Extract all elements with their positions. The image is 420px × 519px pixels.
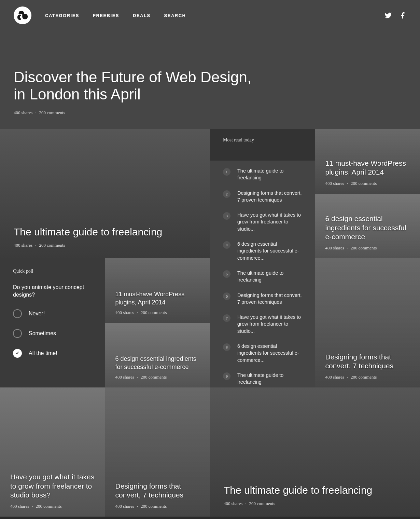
hero-content: Discover the Future of Web Design, in Lo… <box>14 69 406 115</box>
article-tile-ecommerce-ingredients[interactable]: 6 design essential ingredients for succe… <box>315 194 420 258</box>
tile-shares: 400 shares <box>325 374 344 380</box>
most-read-title: 6 design essential ingredients for succe… <box>237 241 302 261</box>
tile-comments: 200 comments <box>141 310 167 315</box>
tile-title: The ultimate guide to freelancing <box>14 226 196 238</box>
most-read-rank: 3 <box>223 212 230 220</box>
tile-comments: 200 comments <box>351 181 377 186</box>
quick-poll-panel: Quick poll Do you animate your concept d… <box>0 258 105 387</box>
tile-title: Have you got what it takes to grow from … <box>10 473 95 500</box>
content-grid: The ultimate guide to freelancing 400 sh… <box>0 129 420 517</box>
hero-title: Discover the Future of Web Design, in Lo… <box>14 69 406 103</box>
nav-search[interactable]: SEARCH <box>164 13 186 18</box>
twitter-icon[interactable] <box>384 12 392 19</box>
nav-links: CATEGORIES FREEBIES DEALS SEARCH <box>45 13 186 18</box>
most-read-rank: 9 <box>223 372 230 380</box>
most-read-rank: 6 <box>223 292 230 300</box>
tile-title: 6 design essential ingredients for succe… <box>115 355 200 371</box>
hero-shares: 400 shares <box>14 110 32 115</box>
poll-question: Do you animate your concept designs? <box>13 284 92 299</box>
logo[interactable] <box>14 6 31 24</box>
tile-title: Designing forms that convert, 7 techniqu… <box>325 353 410 371</box>
tile-title: 11 must-have WordPress plugins, April 20… <box>115 290 200 306</box>
hero-comments: 200 comments <box>39 110 65 115</box>
most-read-item[interactable]: 9The ultimate guide to freelancing <box>223 372 302 386</box>
most-read-title: The ultimate guide to freelancing <box>237 270 302 284</box>
article-tile-freelancing-guide-2[interactable]: The ultimate guide to freelancing 400 sh… <box>210 387 420 517</box>
poll-option-label: Sometimes <box>29 330 56 337</box>
most-read-item[interactable]: 1The ultimate guide to freelancing <box>223 167 302 181</box>
hero-meta: 400 shares·200 comments <box>14 110 406 115</box>
most-read-item[interactable]: 3Have you got what it takes to grow from… <box>223 211 302 232</box>
most-read-title: The ultimate guide to freelancing <box>237 167 302 181</box>
article-tile-forms-convert-2[interactable]: Designing forms that convert, 7 techniqu… <box>105 387 210 517</box>
radio-icon <box>13 309 22 318</box>
article-tile-wordpress-plugins-2[interactable]: 11 must-have WordPress plugins, April 20… <box>105 258 210 323</box>
most-read-rank: 4 <box>223 241 230 249</box>
most-read-item[interactable]: 2Designing forms that convert, 7 proven … <box>223 190 302 204</box>
nav-deals[interactable]: DEALS <box>133 13 151 18</box>
facebook-icon[interactable] <box>399 12 406 19</box>
most-read-rank: 5 <box>223 270 230 278</box>
article-tile-studio-boss[interactable]: Have you got what it takes to grow from … <box>0 387 105 517</box>
navbar: CATEGORIES FREEBIES DEALS SEARCH <box>14 0 406 31</box>
tile-shares: 400 shares <box>14 243 32 248</box>
tile-title: The ultimate guide to freelancing <box>224 484 406 496</box>
most-read-item[interactable]: 46 design essential ingredients for succ… <box>223 241 302 261</box>
most-read-rank: 7 <box>223 314 230 322</box>
article-tile-freelancing-guide[interactable]: The ultimate guide to freelancing 400 sh… <box>0 129 210 258</box>
tile-shares: 400 shares <box>115 504 134 509</box>
tile-comments: 200 comments <box>39 243 65 248</box>
most-read-title: The ultimate guide to freelancing <box>237 372 302 386</box>
poll-option[interactable]: All the time! <box>13 349 92 358</box>
tile-comments: 200 comments <box>249 501 275 506</box>
nav-freebies[interactable]: FREEBIES <box>93 13 119 18</box>
most-read-title: Designing forms that convert, 7 proven t… <box>237 190 302 204</box>
most-read-rank: 8 <box>223 343 230 351</box>
article-tile-ecommerce-2[interactable]: 6 design essential ingredients for succe… <box>105 323 210 387</box>
poll-option[interactable]: Never! <box>13 309 92 318</box>
logo-icon <box>16 9 29 22</box>
most-read-title: Have you got what it takes to grow from … <box>237 314 302 334</box>
most-read-title: Designing forms that convert, 7 proven t… <box>237 292 302 306</box>
poll-heading: Quick poll <box>13 269 92 274</box>
tile-comments: 200 comments <box>351 374 377 380</box>
tile-comments: 200 comments <box>351 245 377 250</box>
hero-banner[interactable]: CATEGORIES FREEBIES DEALS SEARCH Discove… <box>0 0 420 129</box>
social-links <box>384 12 406 19</box>
tile-shares: 400 shares <box>115 310 134 315</box>
most-read-item[interactable]: 6Designing forms that convert, 7 proven … <box>223 292 302 306</box>
poll-option[interactable]: Sometimes <box>13 329 92 338</box>
poll-option-label: Never! <box>29 311 45 317</box>
most-read-heading: Most read today <box>223 137 302 143</box>
tile-title: Designing forms that convert, 7 techniqu… <box>115 482 200 500</box>
poll-option-label: All the time! <box>29 350 57 356</box>
tile-comments: 200 comments <box>141 374 167 380</box>
article-tile-wordpress-plugins[interactable]: 11 must-have WordPress plugins, April 20… <box>315 129 420 194</box>
tile-comments: 200 comments <box>141 504 167 509</box>
tile-comments: 200 comments <box>36 504 62 509</box>
radio-icon <box>13 329 22 338</box>
tile-shares: 400 shares <box>224 501 242 506</box>
most-read-rank: 2 <box>223 190 230 198</box>
tile-shares: 400 shares <box>325 245 344 250</box>
most-read-panel: Most read today 1The ultimate guide to f… <box>210 129 315 387</box>
tile-shares: 400 shares <box>10 504 29 509</box>
article-tile-forms-convert[interactable]: Designing forms that convert, 7 techniqu… <box>315 258 420 387</box>
most-read-item[interactable]: 7Have you got what it takes to grow from… <box>223 314 302 334</box>
most-read-title: Have you got what it takes to grow from … <box>237 211 302 232</box>
most-read-item[interactable]: 86 design essential ingredients for succ… <box>223 343 302 364</box>
tile-shares: 400 shares <box>325 181 344 186</box>
radio-icon <box>13 349 22 358</box>
tile-title: 6 design essential ingredients for succe… <box>325 214 410 241</box>
nav-categories[interactable]: CATEGORIES <box>45 13 79 18</box>
tile-shares: 400 shares <box>115 374 134 380</box>
most-read-rank: 1 <box>223 168 230 176</box>
most-read-item[interactable]: 5The ultimate guide to freelancing <box>223 270 302 284</box>
most-read-title: 6 design essential ingredients for succe… <box>237 343 302 364</box>
tile-title: 11 must-have WordPress plugins, April 20… <box>325 159 410 177</box>
